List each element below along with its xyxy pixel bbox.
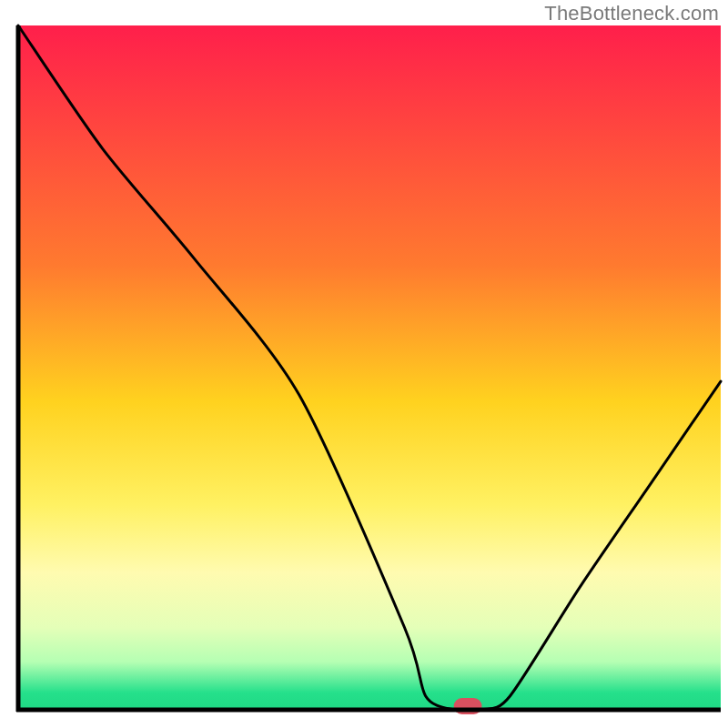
watermark-text: TheBottleneck.com [544, 2, 719, 25]
chart-container: TheBottleneck.com [0, 0, 728, 728]
bottleneck-chart [0, 0, 728, 728]
plot-background [18, 25, 721, 710]
